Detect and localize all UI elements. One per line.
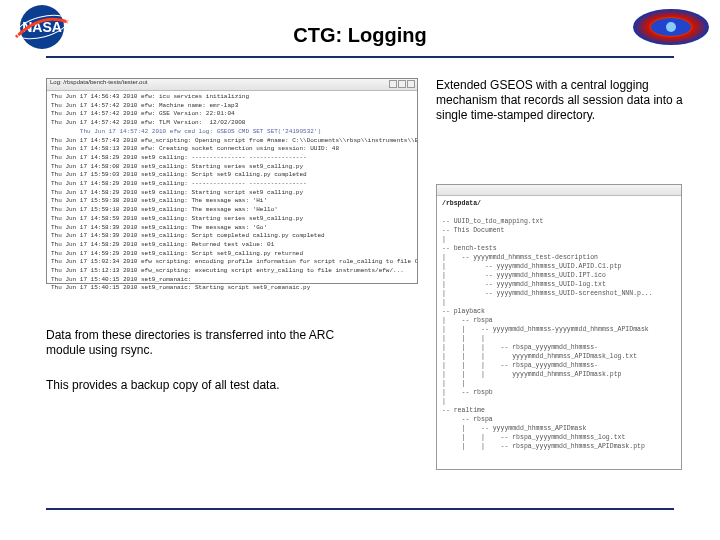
log-titlebar: Log: /rbspdata/bench-tests/tester.out — [47, 79, 417, 91]
log-window: Log: /rbspdata/bench-tests/tester.out Th… — [46, 78, 418, 284]
window-controls — [389, 80, 415, 88]
description-right: Extended GSEOS with a central logging me… — [436, 78, 686, 123]
tree-window: /rbspdata/ -- UUID_to_tdo_mapping.txt --… — [436, 184, 682, 470]
svg-point-5 — [666, 22, 676, 32]
minimize-icon[interactable] — [389, 80, 397, 88]
close-icon[interactable] — [407, 80, 415, 88]
tree-titlebar — [437, 185, 681, 196]
page-title: CTG: Logging — [0, 8, 720, 47]
belt-logo — [630, 6, 712, 48]
log-window-title: Log: /rbspdata/bench-tests/tester.out — [50, 79, 147, 85]
description-left-1: Data from these directories is transferr… — [46, 328, 346, 358]
content-area: Log: /rbspdata/bench-tests/tester.out Th… — [0, 60, 720, 506]
maximize-icon[interactable] — [398, 80, 406, 88]
description-left-2: This provides a backup copy of all test … — [46, 378, 346, 393]
nasa-logo: NASA — [8, 2, 76, 52]
tree-body: /rbspdata/ -- UUID_to_tdo_mapping.txt --… — [437, 196, 681, 454]
log-body: Thu Jun 17 14:56:43 2010 efw: icu servic… — [47, 91, 417, 295]
divider-top — [46, 56, 674, 58]
divider-bottom — [46, 508, 674, 510]
header: NASA CTG: Logging — [0, 0, 720, 56]
